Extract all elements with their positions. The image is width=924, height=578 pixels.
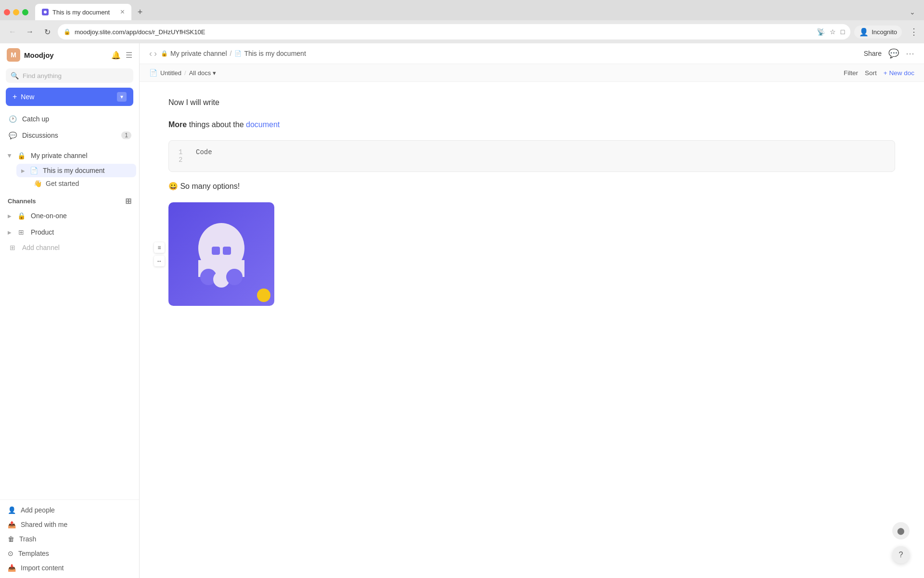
one-on-one-lock-icon: 🔒 [16,211,26,221]
breadcrumb-doc-item[interactable]: 📄 This is my document [234,50,306,57]
add-channel-item[interactable]: ⊞ Add channel [3,240,136,255]
workspace-icon: M [7,48,20,62]
footer-shared-with-me[interactable]: 📤 Shared with me [3,517,136,532]
add-channel-label: Add channel [22,244,60,251]
image-align-icon[interactable]: ≡ [154,242,165,253]
image-resize-icon[interactable]: ↔ [154,256,165,266]
tab-right-controls: ⌄ [910,8,920,16]
breadcrumb-doc-label: This is my document [244,50,306,57]
favicon-dot [44,11,47,13]
reload-button[interactable]: ↻ [40,25,54,39]
image-block: ≡ ↔ [168,202,274,306]
tab-expand-icon[interactable]: ⌄ [910,8,915,16]
scroll-indicator[interactable]: ⬤ [892,522,910,539]
comment-icon-button[interactable]: 💬 [888,48,899,59]
address-bar[interactable]: 🔒 moodjoy.slite.com/app/docs/r_DHzUYfHSK… [58,24,850,39]
tab-title: This is my document [52,9,110,16]
traffic-lights [4,9,28,15]
channel-arrow-icon: ▶ [8,213,12,219]
code-line-1: 1 Code [179,148,885,156]
profile-icon: 👤 [859,27,869,37]
channel-expand-arrow: ▶ [7,154,13,158]
product-grid-icon: ⊞ [16,227,26,237]
help-button[interactable]: ? [892,546,910,564]
private-channel-label: My private channel [31,152,88,159]
tab-favicon [42,9,49,15]
doc-text-2: More things about the document [168,118,895,131]
topbar-forward-button[interactable]: › [154,49,157,59]
private-channel-lock-icon: 🔒 [16,151,26,160]
new-button-dropdown-icon: ▾ [117,92,127,102]
minimize-window-btn[interactable] [13,9,19,15]
search-bar[interactable]: 🔍 Find anything [6,68,133,83]
more-options-button[interactable]: ⋯ [906,48,914,59]
cast-icon[interactable]: 📡 [817,28,825,36]
doc-this-is-my-document[interactable]: ▶ 📄 This is my document [16,164,136,177]
doc-text-link[interactable]: document [246,120,280,129]
new-button[interactable]: + New ▾ [6,88,133,106]
image-controls: ≡ ↔ [154,242,165,266]
extensions-icon[interactable]: □ [841,28,845,36]
emoji-heading: 😀 So many options! [168,182,895,191]
doc-text-more: More [168,120,187,129]
breadcrumb-channel-item[interactable]: 🔒 My private channel [161,50,227,57]
new-doc-button[interactable]: + New doc [884,69,914,77]
footer-templates[interactable]: ⊙ Templates [3,546,136,561]
bookmark-icon[interactable]: ☆ [830,28,836,36]
code-line-content-1: Code [196,148,212,156]
search-icon: 🔍 [11,72,19,79]
toolbar-doc-icon: 📄 [149,69,157,77]
footer-import-content[interactable]: 📥 Import content [3,561,136,575]
code-line-2: 2 [179,156,885,164]
back-button[interactable]: ← [6,25,19,39]
get-started-label: Get started [46,180,79,187]
filter-action[interactable]: Filter [844,69,858,77]
notifications-icon[interactable]: 🔔 [111,51,121,60]
footer-trash[interactable]: 🗑 Trash [3,532,136,546]
channel-product[interactable]: ▶ ⊞ Product [3,224,136,240]
product-arrow-icon: ▶ [8,230,12,235]
active-tab[interactable]: This is my document × [35,4,131,20]
browser-menu-button[interactable]: ⋮ [910,26,918,37]
get-started-item[interactable]: 👋 Get started [16,177,136,190]
lock-icon: 🔒 [64,28,71,35]
all-docs-filter[interactable]: All docs ▾ [189,69,217,77]
trash-icon: 🗑 [8,535,14,543]
forward-button[interactable]: → [23,25,37,39]
sidebar-toggle-icon[interactable]: ☰ [126,51,132,60]
new-tab-button[interactable]: + [133,5,147,19]
new-button-label: New [21,93,34,101]
sort-action[interactable]: Sort [865,69,877,77]
profile-button[interactable]: 👤 Incognito [854,26,902,39]
sidebar-footer: 👤 Add people 📤 Shared with me 🗑 Trash ⊙ … [0,499,139,578]
footer-add-people[interactable]: 👤 Add people [3,503,136,517]
toolbar-untitled[interactable]: Untitled [160,69,181,77]
channels-add-icon[interactable]: ⊞ [125,197,131,206]
code-line-num-2: 2 [179,156,186,164]
address-bar-row: ← → ↻ 🔒 moodjoy.slite.com/app/docs/r_DHz… [0,20,924,43]
topbar-back-button[interactable]: ‹ [149,49,152,59]
channel-one-on-one[interactable]: ▶ 🔒 One-on-one [3,208,136,224]
sidebar-nav: 🕐 Catch up 💬 Discussions 1 ▶ 🔒 My privat… [0,111,139,499]
channel-my-private[interactable]: ▶ 🔒 My private channel [3,147,136,164]
toolbar-separator: / [184,69,186,77]
add-channel-icon: ⊞ [8,244,17,251]
doc-toolbar: 📄 Untitled / All docs ▾ Filter Sort + Ne… [140,64,924,82]
fullscreen-window-btn[interactable] [22,9,28,15]
svg-rect-6 [223,247,231,255]
close-window-btn[interactable] [4,9,10,15]
doc-toolbar-left: 📄 Untitled / All docs ▾ [149,69,216,77]
sidebar-item-discussions[interactable]: 💬 Discussions 1 [3,127,136,144]
share-button[interactable]: Share [864,50,882,57]
templates-label: Templates [18,550,49,557]
app-layout: M Moodjoy 🔔 ☰ 🔍 Find anything + New ▾ 🕐 … [0,43,924,578]
main-content: ‹ › 🔒 My private channel / 📄 This is my … [140,43,924,578]
doc-label: This is my document [43,167,104,174]
doc-expand-arrow: ▶ [21,168,25,173]
topbar: ‹ › 🔒 My private channel / 📄 This is my … [140,43,924,64]
sidebar-item-catch-up[interactable]: 🕐 Catch up [3,111,136,127]
tab-close-button[interactable]: × [120,8,125,16]
one-on-one-label: One-on-one [31,212,67,220]
catch-up-label: Catch up [22,115,131,123]
new-button-plus-icon: + [13,92,17,101]
